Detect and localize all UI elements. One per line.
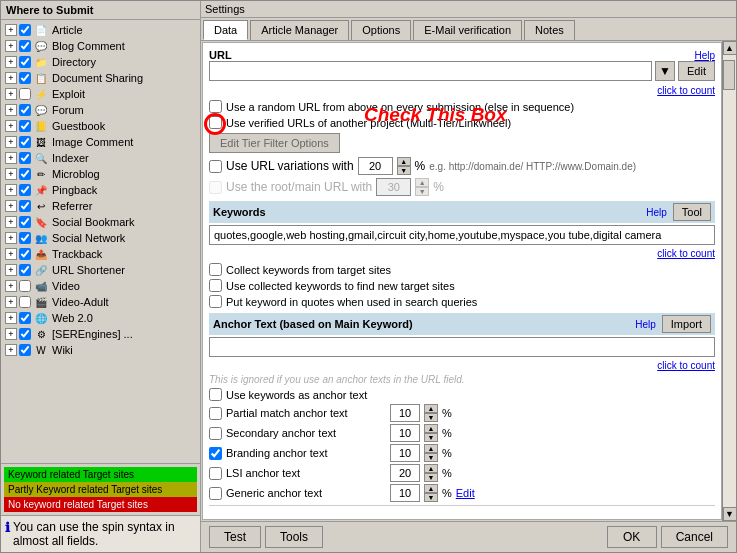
tree-checkbox-12[interactable] [19, 216, 31, 228]
keywords-input[interactable] [209, 225, 715, 245]
secondary-down[interactable]: ▼ [424, 433, 438, 442]
tree-item-image-comment[interactable]: +🖼Image Comment [3, 134, 198, 150]
tree-checkbox-4[interactable] [19, 88, 31, 100]
anchor-import-btn[interactable]: Import [662, 315, 711, 333]
tree-checkbox-19[interactable] [19, 328, 31, 340]
secondary-up[interactable]: ▲ [424, 424, 438, 433]
tree-expand-15[interactable]: + [5, 264, 17, 276]
partial-match-input[interactable] [390, 404, 420, 422]
tree-expand-3[interactable]: + [5, 72, 17, 84]
tree-expand-16[interactable]: + [5, 280, 17, 292]
scroll-down-btn[interactable]: ▼ [723, 507, 737, 521]
anchor-help[interactable]: Help [635, 319, 656, 330]
scrollbar[interactable]: ▲ ▼ [722, 41, 736, 521]
tree-expand-10[interactable]: + [5, 184, 17, 196]
tree-expand-5[interactable]: + [5, 104, 17, 116]
tree-expand-7[interactable]: + [5, 136, 17, 148]
root-url-down[interactable]: ▼ [415, 187, 429, 196]
use-collected-checkbox[interactable] [209, 279, 222, 292]
tree-item-pingback[interactable]: +📌Pingback [3, 182, 198, 198]
tree-item-wiki[interactable]: +WWiki [3, 342, 198, 358]
put-quotes-checkbox[interactable] [209, 295, 222, 308]
tree-checkbox-11[interactable] [19, 200, 31, 212]
root-url-up[interactable]: ▲ [415, 178, 429, 187]
tree-item-blog-comment[interactable]: +💬Blog Comment [3, 38, 198, 54]
root-url-checkbox[interactable] [209, 181, 222, 194]
tree-expand-13[interactable]: + [5, 232, 17, 244]
url-edit-btn[interactable]: Edit [678, 61, 715, 81]
tree-checkbox-5[interactable] [19, 104, 31, 116]
url-help-link[interactable]: Help [694, 50, 715, 61]
variations-input[interactable] [358, 157, 393, 175]
generic-down[interactable]: ▼ [424, 493, 438, 502]
tree-expand-20[interactable]: + [5, 344, 17, 356]
tree-checkbox-7[interactable] [19, 136, 31, 148]
branding-checkbox[interactable] [209, 447, 222, 460]
tree-checkbox-6[interactable] [19, 120, 31, 132]
tree-item-microblog[interactable]: +✏Microblog [3, 166, 198, 182]
tree-item-exploit[interactable]: +⚡Exploit [3, 86, 198, 102]
tree-item-video[interactable]: +📹Video [3, 278, 198, 294]
tree-checkbox-2[interactable] [19, 56, 31, 68]
tree-expand-1[interactable]: + [5, 40, 17, 52]
generic-input[interactable] [390, 484, 420, 502]
ok-btn[interactable]: OK [607, 526, 657, 548]
scroll-track[interactable] [723, 55, 737, 507]
tree-checkbox-15[interactable] [19, 264, 31, 276]
tree-checkbox-8[interactable] [19, 152, 31, 164]
secondary-input[interactable] [390, 424, 420, 442]
tree-expand-8[interactable]: + [5, 152, 17, 164]
tree-item-document-sharing[interactable]: +📋Document Sharing [3, 70, 198, 86]
tree-expand-12[interactable]: + [5, 216, 17, 228]
anchor-input[interactable] [209, 337, 715, 357]
tree-checkbox-17[interactable] [19, 296, 31, 308]
tree-item--serengines-----[interactable]: +⚙[SEREngines] ... [3, 326, 198, 342]
tree-expand-17[interactable]: + [5, 296, 17, 308]
tree-expand-18[interactable]: + [5, 312, 17, 324]
partial-match-checkbox[interactable] [209, 407, 222, 420]
variations-down[interactable]: ▼ [397, 166, 411, 175]
tree-expand-2[interactable]: + [5, 56, 17, 68]
tree-checkbox-1[interactable] [19, 40, 31, 52]
tree-checkbox-16[interactable] [19, 280, 31, 292]
tree-item-video-adult[interactable]: +🎬Video-Adult [3, 294, 198, 310]
use-as-anchor-checkbox[interactable] [209, 388, 222, 401]
verified-url-checkbox[interactable] [209, 116, 222, 129]
generic-checkbox[interactable] [209, 487, 222, 500]
tree-checkbox-13[interactable] [19, 232, 31, 244]
branding-input[interactable] [390, 444, 420, 462]
cancel-btn[interactable]: Cancel [661, 526, 728, 548]
keywords-tool-btn[interactable]: Tool [673, 203, 711, 221]
partial-down[interactable]: ▼ [424, 413, 438, 422]
root-url-input[interactable] [376, 178, 411, 196]
tree-expand-6[interactable]: + [5, 120, 17, 132]
keywords-help[interactable]: Help [646, 207, 667, 218]
tree-checkbox-20[interactable] [19, 344, 31, 356]
tree-item-directory[interactable]: +📁Directory [3, 54, 198, 70]
lsi-input[interactable] [390, 464, 420, 482]
branding-up[interactable]: ▲ [424, 444, 438, 453]
tree-item-referrer[interactable]: +↩Referrer [3, 198, 198, 214]
generic-up[interactable]: ▲ [424, 484, 438, 493]
lsi-checkbox[interactable] [209, 467, 222, 480]
tab-options[interactable]: Options [351, 20, 411, 40]
scroll-thumb[interactable] [723, 60, 735, 90]
variations-up[interactable]: ▲ [397, 157, 411, 166]
tab-email-verification[interactable]: E-Mail verification [413, 20, 522, 40]
tree-expand-14[interactable]: + [5, 248, 17, 260]
generic-edit-link[interactable]: Edit [456, 487, 475, 499]
url-dropdown-btn[interactable]: ▼ [655, 61, 675, 81]
tree-item-guestbook[interactable]: +📒Guestbook [3, 118, 198, 134]
test-btn[interactable]: Test [209, 526, 261, 548]
tree-item-url-shortener[interactable]: +🔗URL Shortener [3, 262, 198, 278]
secondary-checkbox[interactable] [209, 427, 222, 440]
tree-item-social-bookmark[interactable]: +🔖Social Bookmark [3, 214, 198, 230]
tree-item-forum[interactable]: +💬Forum [3, 102, 198, 118]
lsi-down[interactable]: ▼ [424, 473, 438, 482]
branding-down[interactable]: ▼ [424, 453, 438, 462]
tools-btn[interactable]: Tools [265, 526, 323, 548]
random-url-checkbox[interactable] [209, 100, 222, 113]
keywords-click-to-count[interactable]: click to count [657, 248, 715, 259]
tree-item-trackback[interactable]: +📤Trackback [3, 246, 198, 262]
tab-data[interactable]: Data [203, 20, 248, 40]
